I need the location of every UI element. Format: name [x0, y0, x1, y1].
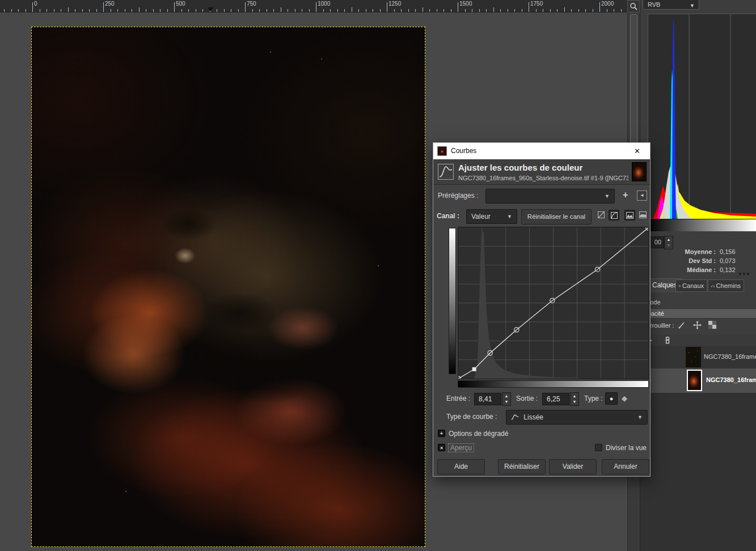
- link-icon[interactable]: [664, 336, 671, 344]
- layer-opacity-slider[interactable]: Opacité: [640, 308, 756, 319]
- ruler-tick: [401, 9, 402, 12]
- curve-editor[interactable]: [458, 227, 649, 379]
- presets-combo[interactable]: ▼: [485, 189, 615, 204]
- ruler-tick: [373, 9, 373, 12]
- stat-mean: Moyenne : 0,156: [640, 248, 741, 255]
- curve-point-selected[interactable]: [472, 367, 476, 371]
- reset-button[interactable]: Réinitialiser: [498, 459, 546, 474]
- layer-row-selected[interactable]: ▶ NGC7380_16fram: [640, 368, 756, 393]
- dock-menu-button[interactable]: [739, 273, 749, 275]
- output-gradient-bar: [449, 228, 456, 374]
- ruler-tick: [302, 9, 302, 12]
- ruler-label: 1000: [318, 1, 330, 7]
- layer-name: NGC7380_16fram: [706, 376, 756, 383]
- reset-channel-button[interactable]: Réinitialiser le canal: [521, 209, 592, 224]
- output-value: 6,25: [547, 395, 560, 403]
- histogram-display: [648, 14, 756, 218]
- dialog-titlebar[interactable]: Courbes ✕: [433, 143, 650, 159]
- paths-icon: [711, 283, 715, 289]
- ruler-tick: [543, 9, 543, 12]
- value-histogram-silhouette: [474, 232, 580, 379]
- preview-checkbox[interactable]: ✕: [438, 444, 445, 451]
- ruler-tick: [599, 2, 600, 12]
- tab-chemins[interactable]: Chemins: [708, 279, 744, 292]
- output-value-field[interactable]: 6,25: [542, 393, 569, 405]
- dialog-subtitle: NGC7380_16frames_960s_Starless-denoise.t…: [458, 175, 628, 181]
- histogram-range-gradient[interactable]: [648, 219, 756, 231]
- lock-pixels-button[interactable]: [678, 321, 686, 330]
- preview-thumbnail: [632, 162, 647, 181]
- ruler-tick: [231, 9, 231, 12]
- input-value-field[interactable]: 8,41: [474, 393, 501, 405]
- right-dock-panel: RVB ▼ 00 ▲ ▼ Moyenne :: [640, 0, 756, 551]
- curve-type-combo[interactable]: Lissée ▼: [506, 410, 648, 425]
- perceptual-input-icon[interactable]: [609, 210, 619, 221]
- spin-down-icon[interactable]: ▼: [502, 399, 510, 405]
- ruler-tick: [380, 9, 381, 12]
- curves-dialog: Courbes ✕ Ajuster les courbes de couleur…: [433, 142, 651, 477]
- paintbrush-icon: [678, 321, 686, 329]
- stat-value: 0,073: [720, 257, 741, 264]
- tab-canaux[interactable]: Canaux: [675, 279, 707, 292]
- close-icon[interactable]: ✕: [624, 143, 650, 159]
- ok-button[interactable]: Valider: [549, 459, 597, 474]
- ruler-tick: [132, 9, 132, 12]
- corner-point-type-icon[interactable]: ◆: [622, 394, 627, 402]
- ruler-tick: [444, 9, 444, 12]
- preset-menu-icon[interactable]: ◄: [637, 190, 647, 201]
- canvas-image-nebula[interactable]: [31, 27, 425, 547]
- histogram-channel-select[interactable]: RVB ▼: [643, 0, 699, 10]
- ruler-tick: [557, 9, 558, 12]
- star-dot: [378, 265, 379, 266]
- output-spinner[interactable]: ▲▼: [570, 392, 579, 406]
- linear-histogram-icon[interactable]: [624, 210, 635, 221]
- spin-up-icon[interactable]: ▲: [571, 393, 578, 399]
- linear-input-icon[interactable]: [595, 210, 606, 221]
- spin-up-icon[interactable]: ▲: [502, 393, 510, 399]
- ruler-tick: [358, 9, 359, 12]
- curve-type-label: Type de courbe :: [446, 413, 497, 421]
- layer-thumbnail: [687, 370, 702, 391]
- ruler-label: 500: [176, 1, 185, 7]
- spin-down-icon[interactable]: ▼: [665, 243, 673, 248]
- ruler-tick: [415, 9, 416, 12]
- canal-label: Canal :: [437, 212, 459, 220]
- split-view-checkbox[interactable]: [595, 444, 602, 451]
- output-label: Sortie :: [516, 395, 538, 402]
- lock-position-button[interactable]: [693, 321, 702, 330]
- expander-icon[interactable]: +: [438, 430, 445, 437]
- stat-label: Moyenne :: [685, 248, 716, 255]
- ruler-tick: [330, 9, 331, 12]
- ruler-tick: [40, 9, 40, 12]
- lock-alpha-button[interactable]: [708, 321, 716, 330]
- ruler-label: 0: [34, 1, 37, 7]
- ruler-tick: [202, 9, 203, 12]
- cancel-button[interactable]: Annuler: [602, 459, 649, 474]
- stat-value: 0,132: [720, 266, 741, 273]
- spin-down-icon[interactable]: ▼: [571, 399, 578, 405]
- ruler-tick: [103, 2, 104, 12]
- ruler-tick: [387, 2, 387, 12]
- log-histogram-icon[interactable]: [637, 210, 648, 221]
- curve-plot[interactable]: [458, 227, 648, 379]
- smooth-point-type-button[interactable]: ●: [605, 392, 618, 405]
- ruler-tick: [174, 2, 175, 12]
- ruler-tick: [607, 9, 607, 12]
- zoom-follow-window-button[interactable]: [627, 0, 640, 12]
- tab-label: Canaux: [682, 282, 704, 289]
- help-button[interactable]: Aide: [437, 459, 485, 474]
- ruler-tick: [514, 9, 515, 12]
- point-type-label: Type :: [584, 395, 603, 402]
- channel-combo[interactable]: Valeur ▼: [466, 209, 517, 224]
- stat-median: Médiane : 0,132: [640, 266, 741, 273]
- ruler-tick: [493, 7, 494, 12]
- ruler-label: 1750: [530, 1, 543, 7]
- add-preset-icon[interactable]: +: [623, 190, 628, 200]
- ruler-tick: [437, 9, 437, 12]
- histogram-range-spinner[interactable]: ▲ ▼: [664, 236, 673, 249]
- layer-name: NGC7380_16frames: [704, 353, 756, 360]
- curve-type-value: Lissée: [523, 413, 543, 421]
- input-spinner[interactable]: ▲▼: [502, 392, 511, 406]
- spin-up-icon[interactable]: ▲: [665, 236, 673, 243]
- layer-row[interactable]: NGC7380_16frames: [640, 346, 756, 368]
